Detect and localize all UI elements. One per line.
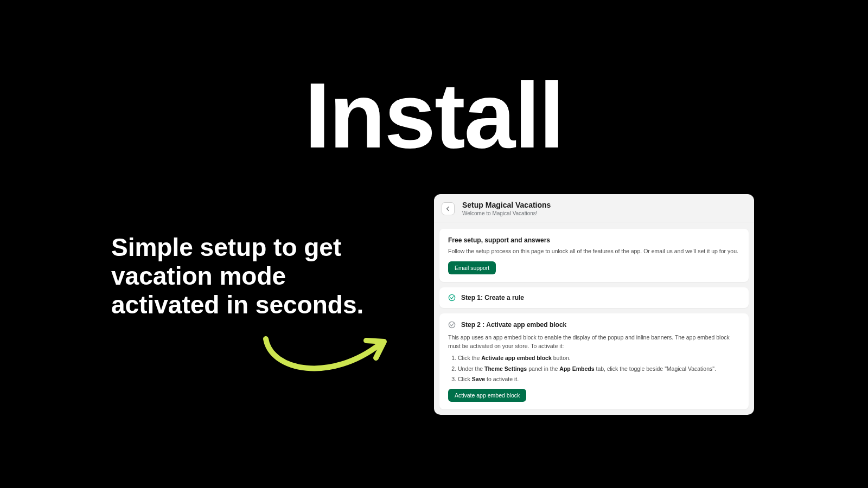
hero-tagline: Simple setup to get vacation mode activa…: [111, 233, 372, 319]
circle-outline-icon: [448, 321, 456, 329]
step2-header: Step 2 : Activate app embed block: [448, 321, 740, 329]
email-support-button[interactable]: Email support: [448, 261, 496, 274]
step1-header: Step 1: Create a rule: [448, 294, 740, 301]
arrow-left-icon: [445, 206, 451, 212]
step2-list-item-2: Under the Theme Settings panel in the Ap…: [458, 364, 740, 373]
support-card: Free setup, support and answers Follow t…: [439, 229, 749, 282]
step1-title: Step 1: Create a rule: [461, 294, 524, 301]
panel-title: Setup Magical Vacations: [462, 201, 551, 209]
step1-card[interactable]: Step 1: Create a rule: [439, 287, 749, 308]
svg-point-0: [449, 294, 455, 300]
panel-header: Setup Magical Vacations Welcome to Magic…: [434, 194, 754, 222]
step2-intro: This app uses an app embed block to enab…: [448, 333, 740, 351]
step2-list-item-3: Click Save to activate it.: [458, 375, 740, 383]
support-card-text: Follow the setup process on this page to…: [448, 247, 740, 256]
support-card-title: Free setup, support and answers: [448, 236, 740, 244]
step2-list: Click the Activate app embed block butto…: [458, 354, 740, 383]
svg-point-1: [449, 322, 455, 328]
step2-list-item-1: Click the Activate app embed block butto…: [458, 354, 740, 362]
step2-title: Step 2 : Activate app embed block: [461, 321, 566, 329]
hero-title: Install: [0, 62, 868, 169]
panel-subtitle: Welcome to Magical Vacations!: [462, 210, 551, 216]
check-circle-icon: [448, 294, 456, 301]
marketing-slide: Install Simple setup to get vacation mod…: [0, 0, 868, 488]
step2-body: This app uses an app embed block to enab…: [448, 333, 740, 402]
arrow-icon: [260, 331, 396, 387]
step2-card: Step 2 : Activate app embed block This a…: [439, 313, 749, 409]
panel-header-text: Setup Magical Vacations Welcome to Magic…: [462, 201, 551, 216]
panel-body: Free setup, support and answers Follow t…: [434, 222, 754, 415]
activate-app-embed-button[interactable]: Activate app embed block: [448, 389, 526, 402]
back-button[interactable]: [442, 202, 455, 215]
setup-panel: Setup Magical Vacations Welcome to Magic…: [434, 194, 754, 415]
